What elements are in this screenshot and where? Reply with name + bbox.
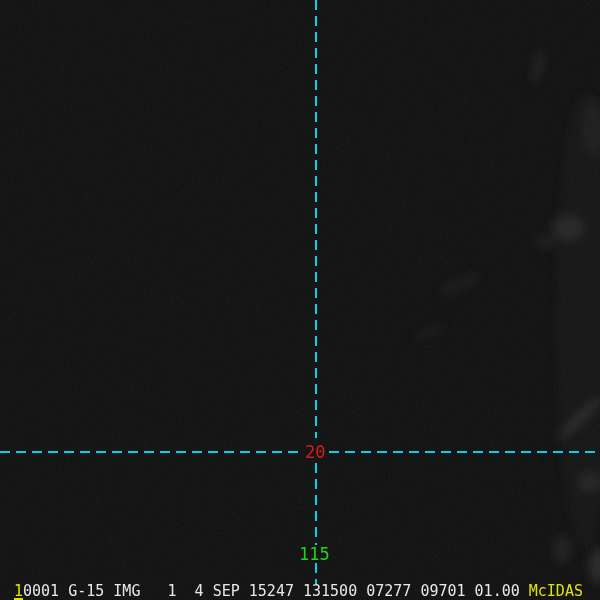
satellite-image-canvas[interactable] [0,0,600,600]
latitude-line-left-segment [0,451,303,453]
frame-number: 1 [14,585,23,600]
longitude-line-top-segment [315,0,317,438]
mcidas-brand-label: McIDAS [529,582,583,600]
latitude-label: 20 [305,444,325,461]
sensor-noise-texture [0,0,600,600]
mcidas-image-viewer: 20 115 10001 G-15 IMG 1 4 SEP 15247 1315… [0,0,600,600]
longitude-line-bottom-segment [315,563,317,584]
image-info-text: 0001 G-15 IMG 1 4 SEP 15247 131500 07277… [23,582,529,600]
longitude-line-middle-segment [315,463,317,545]
status-bar: 10001 G-15 IMG 1 4 SEP 15247 131500 0727… [0,583,600,600]
latitude-line-right-segment [329,451,600,453]
longitude-label: 115 [299,546,330,563]
